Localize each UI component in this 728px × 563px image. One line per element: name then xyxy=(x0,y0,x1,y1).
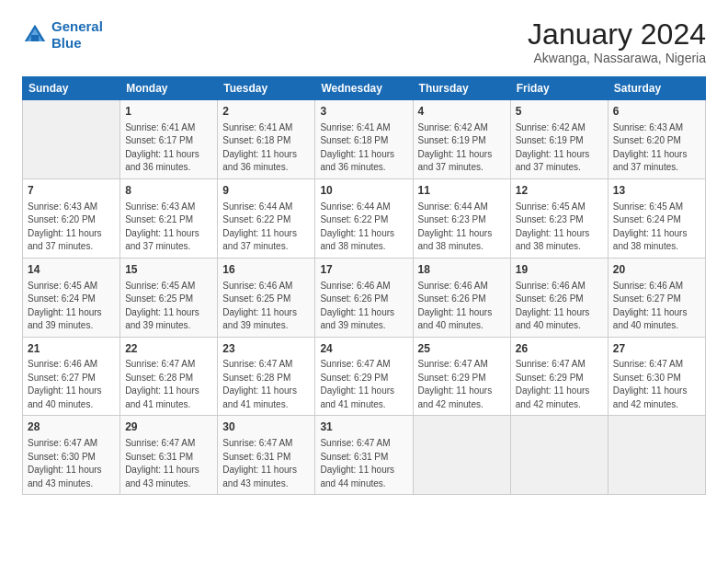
calendar-cell: 20Sunrise: 6:46 AM Sunset: 6:27 PM Dayli… xyxy=(608,258,705,337)
calendar-cell: 29Sunrise: 6:47 AM Sunset: 6:31 PM Dayli… xyxy=(120,416,218,495)
day-number: 7 xyxy=(28,183,115,199)
day-number: 19 xyxy=(516,262,603,278)
day-of-week-header: Tuesday xyxy=(218,77,315,100)
day-number: 28 xyxy=(28,419,115,435)
day-number: 5 xyxy=(516,104,603,120)
calendar-cell: 9Sunrise: 6:44 AM Sunset: 6:22 PM Daylig… xyxy=(218,178,315,258)
calendar-cell: 3Sunrise: 6:41 AM Sunset: 6:18 PM Daylig… xyxy=(315,100,413,179)
cell-details: Sunrise: 6:47 AM Sunset: 6:28 PM Dayligh… xyxy=(222,358,310,411)
calendar-cell: 22Sunrise: 6:47 AM Sunset: 6:28 PM Dayli… xyxy=(120,337,218,416)
calendar-cell: 19Sunrise: 6:46 AM Sunset: 6:26 PM Dayli… xyxy=(510,258,608,337)
day-number: 15 xyxy=(125,262,212,278)
calendar-cell: 2Sunrise: 6:41 AM Sunset: 6:18 PM Daylig… xyxy=(218,100,315,179)
cell-details: Sunrise: 6:46 AM Sunset: 6:26 PM Dayligh… xyxy=(320,280,407,333)
calendar-cell: 10Sunrise: 6:44 AM Sunset: 6:22 PM Dayli… xyxy=(315,178,413,258)
calendar-cell: 12Sunrise: 6:45 AM Sunset: 6:23 PM Dayli… xyxy=(510,178,608,258)
calendar-cell: 17Sunrise: 6:46 AM Sunset: 6:26 PM Dayli… xyxy=(315,258,413,337)
day-number: 26 xyxy=(516,341,603,357)
day-number: 18 xyxy=(418,262,506,278)
day-number: 6 xyxy=(613,104,700,120)
calendar-cell: 16Sunrise: 6:46 AM Sunset: 6:25 PM Dayli… xyxy=(218,258,315,337)
cell-details: Sunrise: 6:41 AM Sunset: 6:18 PM Dayligh… xyxy=(320,121,407,175)
calendar-cell: 7Sunrise: 6:43 AM Sunset: 6:20 PM Daylig… xyxy=(23,178,120,258)
logo-line2: Blue xyxy=(51,35,82,51)
cell-details: Sunrise: 6:47 AM Sunset: 6:31 PM Dayligh… xyxy=(320,437,407,490)
cell-details: Sunrise: 6:43 AM Sunset: 6:20 PM Dayligh… xyxy=(28,201,115,254)
calendar-cell xyxy=(608,416,705,495)
day-number: 8 xyxy=(125,183,212,199)
cell-details: Sunrise: 6:46 AM Sunset: 6:26 PM Dayligh… xyxy=(516,280,603,333)
logo-text: General Blue xyxy=(51,18,103,52)
day-number: 12 xyxy=(516,183,603,199)
calendar-cell: 24Sunrise: 6:47 AM Sunset: 6:29 PM Dayli… xyxy=(315,337,413,416)
calendar-cell: 26Sunrise: 6:47 AM Sunset: 6:29 PM Dayli… xyxy=(510,337,608,416)
cell-details: Sunrise: 6:47 AM Sunset: 6:29 PM Dayligh… xyxy=(320,358,407,411)
day-number: 25 xyxy=(418,341,506,357)
day-of-week-header: Friday xyxy=(510,77,608,100)
cell-details: Sunrise: 6:44 AM Sunset: 6:22 PM Dayligh… xyxy=(320,201,407,254)
cell-details: Sunrise: 6:47 AM Sunset: 6:30 PM Dayligh… xyxy=(613,358,700,411)
day-number: 3 xyxy=(320,104,407,120)
day-of-week-header: Thursday xyxy=(413,77,510,100)
cell-details: Sunrise: 6:43 AM Sunset: 6:20 PM Dayligh… xyxy=(613,121,700,175)
calendar-cell: 25Sunrise: 6:47 AM Sunset: 6:29 PM Dayli… xyxy=(413,337,510,416)
calendar-cell: 28Sunrise: 6:47 AM Sunset: 6:30 PM Dayli… xyxy=(23,416,120,495)
day-number: 10 xyxy=(320,183,407,199)
day-number: 13 xyxy=(613,183,700,199)
day-number: 17 xyxy=(320,262,407,278)
cell-details: Sunrise: 6:46 AM Sunset: 6:27 PM Dayligh… xyxy=(613,280,700,333)
cell-details: Sunrise: 6:46 AM Sunset: 6:25 PM Dayligh… xyxy=(222,280,310,333)
logo-line1: General xyxy=(51,18,103,34)
location-subtitle: Akwanga, Nassarawa, Nigeria xyxy=(528,51,706,65)
cell-details: Sunrise: 6:45 AM Sunset: 6:25 PM Dayligh… xyxy=(125,280,212,333)
day-number: 30 xyxy=(222,419,310,435)
day-number: 24 xyxy=(320,341,407,357)
day-of-week-header: Saturday xyxy=(608,77,705,100)
cell-details: Sunrise: 6:47 AM Sunset: 6:31 PM Dayligh… xyxy=(125,437,212,490)
page-header: General Blue January 2024 Akwanga, Nassa… xyxy=(22,18,706,65)
logo-icon xyxy=(22,22,48,48)
calendar-cell: 11Sunrise: 6:44 AM Sunset: 6:23 PM Dayli… xyxy=(413,178,510,258)
day-number: 16 xyxy=(222,262,310,278)
calendar-cell xyxy=(510,416,608,495)
month-year-title: January 2024 xyxy=(528,18,706,51)
day-number: 23 xyxy=(222,341,310,357)
day-of-week-header: Wednesday xyxy=(315,77,413,100)
calendar-cell: 8Sunrise: 6:43 AM Sunset: 6:21 PM Daylig… xyxy=(120,178,218,258)
calendar-cell: 6Sunrise: 6:43 AM Sunset: 6:20 PM Daylig… xyxy=(608,100,705,179)
cell-details: Sunrise: 6:45 AM Sunset: 6:24 PM Dayligh… xyxy=(613,201,700,254)
day-number: 27 xyxy=(613,341,700,357)
calendar-cell: 1Sunrise: 6:41 AM Sunset: 6:17 PM Daylig… xyxy=(120,100,218,179)
day-number: 21 xyxy=(28,341,115,357)
calendar-cell: 23Sunrise: 6:47 AM Sunset: 6:28 PM Dayli… xyxy=(218,337,315,416)
day-number: 9 xyxy=(222,183,310,199)
day-number: 11 xyxy=(418,183,506,199)
calendar-table: SundayMondayTuesdayWednesdayThursdayFrid… xyxy=(22,76,706,495)
calendar-cell xyxy=(23,100,120,179)
cell-details: Sunrise: 6:44 AM Sunset: 6:22 PM Dayligh… xyxy=(222,201,310,254)
day-number: 31 xyxy=(320,419,407,435)
day-number: 22 xyxy=(125,341,212,357)
calendar-page: General Blue January 2024 Akwanga, Nassa… xyxy=(0,0,728,563)
cell-details: Sunrise: 6:43 AM Sunset: 6:21 PM Dayligh… xyxy=(125,201,212,254)
day-number: 4 xyxy=(418,104,506,120)
day-number: 29 xyxy=(125,419,212,435)
cell-details: Sunrise: 6:47 AM Sunset: 6:29 PM Dayligh… xyxy=(418,358,506,411)
calendar-cell: 21Sunrise: 6:46 AM Sunset: 6:27 PM Dayli… xyxy=(23,337,120,416)
day-number: 14 xyxy=(28,262,115,278)
svg-rect-2 xyxy=(31,35,39,41)
cell-details: Sunrise: 6:47 AM Sunset: 6:29 PM Dayligh… xyxy=(516,358,603,411)
cell-details: Sunrise: 6:41 AM Sunset: 6:17 PM Dayligh… xyxy=(125,121,212,175)
cell-details: Sunrise: 6:46 AM Sunset: 6:27 PM Dayligh… xyxy=(28,358,115,411)
day-number: 1 xyxy=(125,104,212,120)
calendar-cell: 30Sunrise: 6:47 AM Sunset: 6:31 PM Dayli… xyxy=(218,416,315,495)
calendar-cell xyxy=(413,416,510,495)
calendar-cell: 13Sunrise: 6:45 AM Sunset: 6:24 PM Dayli… xyxy=(608,178,705,258)
calendar-cell: 14Sunrise: 6:45 AM Sunset: 6:24 PM Dayli… xyxy=(23,258,120,337)
calendar-cell: 31Sunrise: 6:47 AM Sunset: 6:31 PM Dayli… xyxy=(315,416,413,495)
calendar-cell: 4Sunrise: 6:42 AM Sunset: 6:19 PM Daylig… xyxy=(413,100,510,179)
calendar-cell: 27Sunrise: 6:47 AM Sunset: 6:30 PM Dayli… xyxy=(608,337,705,416)
logo: General Blue xyxy=(22,18,103,52)
calendar-cell: 18Sunrise: 6:46 AM Sunset: 6:26 PM Dayli… xyxy=(413,258,510,337)
cell-details: Sunrise: 6:44 AM Sunset: 6:23 PM Dayligh… xyxy=(418,201,506,254)
